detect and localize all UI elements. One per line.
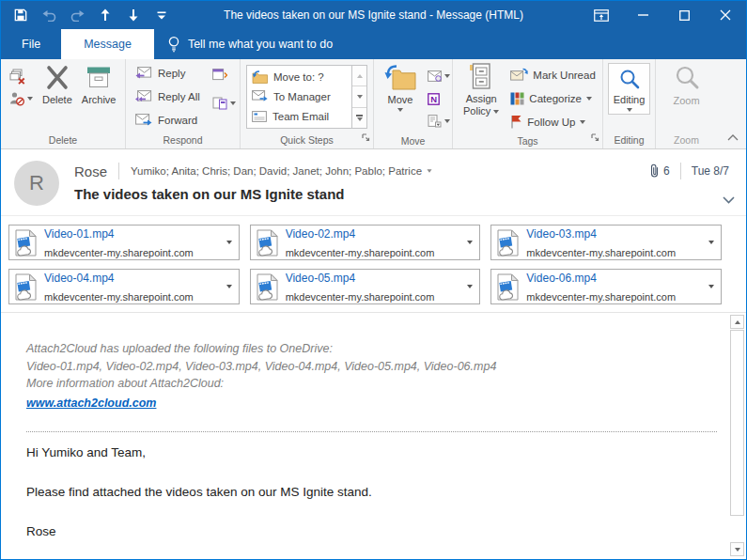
attachment-dropdown-button[interactable] (705, 285, 718, 288)
categorize-button[interactable]: Categorize (507, 86, 598, 110)
meeting-button[interactable] (210, 66, 239, 83)
scrollbar-up-icon (735, 320, 740, 324)
body-scrollbar[interactable] (728, 313, 746, 559)
close-button[interactable] (705, 1, 746, 29)
more-bar-icon (356, 115, 363, 117)
more-info-label: More information about Attach2Cloud: (26, 376, 719, 393)
reply-button[interactable]: Reply (132, 61, 204, 85)
categorize-dropdown-arrow-icon (586, 97, 592, 101)
save-button[interactable] (7, 1, 35, 29)
attachment-name: Video-06.mp4 (526, 272, 597, 285)
quick-steps-more[interactable] (352, 107, 366, 128)
scrollbar-thumb[interactable] (730, 330, 744, 516)
customize-quick-access-button[interactable] (148, 1, 176, 29)
sender-avatar[interactable]: R (14, 161, 59, 206)
zoom-magnifier-icon (673, 65, 701, 91)
scroll-up-icon (357, 74, 363, 78)
redo-button[interactable] (63, 1, 91, 29)
attachment-dropdown-button[interactable] (705, 241, 718, 244)
editing-search-icon (618, 68, 641, 90)
tab-file[interactable]: File (1, 29, 61, 59)
collapse-ribbon-button[interactable] (727, 128, 739, 145)
next-item-button[interactable] (119, 1, 148, 29)
attachment-tile[interactable]: Video-05.mp4mkdevcenter-my.sharepoint.co… (250, 269, 481, 304)
assign-policy-icon (469, 63, 493, 89)
attachment-count[interactable]: 6 (649, 163, 670, 179)
editing-button[interactable]: Editing (608, 63, 651, 115)
forward-button[interactable]: Forward (132, 108, 204, 132)
tags-dialog-launcher[interactable] (591, 129, 599, 146)
scrollbar-track[interactable] (730, 330, 744, 541)
attachment-dropdown-button[interactable] (223, 241, 236, 244)
collapse-header-chevron-icon[interactable] (723, 191, 735, 208)
assign-policy-button[interactable]: Assign Policy (459, 63, 504, 117)
video-file-icon (15, 229, 37, 257)
move-button[interactable]: Move (380, 63, 421, 112)
quick-steps-dialog-launcher[interactable] (362, 129, 370, 146)
meeting-icon (212, 68, 227, 81)
scrollbar-down-button[interactable] (730, 542, 744, 556)
group-label-zoom: Zoom (674, 134, 699, 146)
team-email-icon (252, 111, 267, 122)
quick-steps-scroll-up[interactable] (352, 66, 366, 86)
quick-step-to-manager[interactable]: To Manager (252, 87, 344, 106)
attachment-dropdown-button[interactable] (463, 241, 476, 244)
attachment-tile[interactable]: Video-04.mp4mkdevcenter-my.sharepoint.co… (8, 269, 240, 304)
scrollbar-up-button[interactable] (730, 315, 744, 329)
tell-me-label: Tell me what you want to do (188, 38, 333, 51)
editing-dropdown-arrow-icon (627, 108, 632, 112)
undo-button[interactable] (35, 1, 63, 29)
maximize-button[interactable] (663, 1, 705, 29)
archive-button[interactable]: Archive (77, 63, 121, 106)
mark-unread-button[interactable]: Mark Unread (507, 63, 598, 86)
ribbon-group-zoom: Zoom Zoom (655, 59, 717, 148)
tell-me-box[interactable]: Tell me what you want to do (154, 29, 346, 59)
rules-button[interactable] (425, 65, 453, 87)
ribbon-display-options-button[interactable] (581, 1, 622, 29)
attachment-dropdown-arrow-icon (708, 285, 714, 288)
junk-button[interactable] (7, 87, 36, 110)
quick-steps-gallery: Move to: ? To Manager Team Email (246, 65, 367, 129)
minimize-button[interactable] (622, 1, 663, 29)
quick-steps-scroll-down[interactable] (352, 86, 366, 106)
quick-step-team-email[interactable]: Team Email (252, 107, 344, 126)
quick-step-move-to[interactable]: Move to: ? (252, 68, 344, 86)
ignore-button[interactable] (7, 65, 36, 87)
group-label-move: Move (401, 135, 426, 147)
tab-message[interactable]: Message (61, 29, 154, 59)
attach2cloud-link[interactable]: www.attach2cloud.com (26, 396, 156, 412)
attachment-dropdown-button[interactable] (223, 285, 236, 288)
attachment-tile[interactable]: Video-06.mp4mkdevcenter-my.sharepoint.co… (490, 269, 722, 304)
recipients-list[interactable]: Yumiko; Anita; Chris; Dan; David; Janet;… (131, 165, 432, 177)
message-body-area: Attach2Cloud has uploaded the following … (1, 313, 746, 559)
attachment-tile[interactable]: Video-01.mp4mkdevcenter-my.sharepoint.co… (8, 225, 240, 260)
categorize-icon (510, 92, 524, 105)
attachment-tile[interactable]: Video-03.mp4mkdevcenter-my.sharepoint.co… (490, 225, 722, 260)
sender-name[interactable]: Rose (74, 163, 107, 179)
move-dropdown-arrow-icon (397, 108, 403, 112)
follow-up-flag-icon (510, 115, 522, 129)
titlebar: The videos taken on our MS Ignite stand … (1, 1, 746, 29)
attachment-dropdown-button[interactable] (463, 285, 476, 288)
ribbon-group-editing: Editing Editing (602, 59, 655, 148)
previous-item-button[interactable] (91, 1, 119, 29)
follow-up-button[interactable]: Follow Up (507, 110, 598, 133)
reply-all-button[interactable]: Reply All (132, 85, 204, 108)
undo-icon (42, 9, 56, 22)
ribbon-group-move: Move N Move (373, 59, 452, 148)
delete-button[interactable]: Delete (38, 63, 77, 106)
im-button[interactable] (210, 95, 239, 112)
rules-dropdown-arrow-icon (444, 74, 450, 78)
meta-divider (680, 163, 681, 179)
attachment-tile[interactable]: Video-02.mp4mkdevcenter-my.sharepoint.co… (250, 225, 481, 260)
assign-policy-dropdown-arrow-icon (493, 110, 499, 114)
im-dropdown-arrow-icon (230, 101, 236, 105)
ribbon-tab-row: File Message Tell me what you want to do (1, 29, 746, 59)
actions-button[interactable] (425, 110, 453, 132)
attachment-name: Video-05.mp4 (286, 272, 356, 285)
video-file-icon (497, 229, 519, 257)
actions-dropdown-arrow-icon (444, 119, 450, 123)
onenote-button[interactable]: N (425, 87, 453, 110)
message-body[interactable]: Attach2Cloud has uploaded the following … (1, 313, 728, 559)
attachment-name: Video-02.mp4 (286, 227, 356, 241)
